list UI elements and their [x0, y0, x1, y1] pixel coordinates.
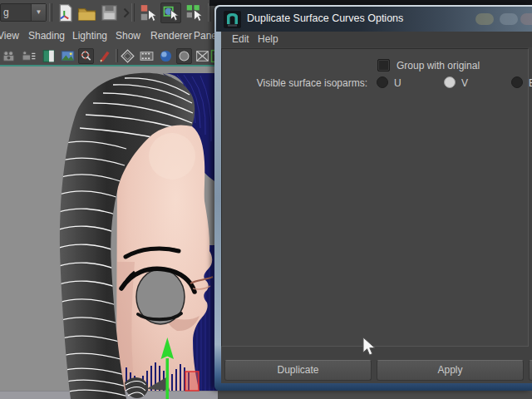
dialog-titlebar[interactable]: Duplicate Surface Curves Options — [216, 7, 532, 32]
textured-display-icon[interactable] — [195, 48, 210, 64]
viewport-panel[interactable] — [0, 65, 218, 399]
chevron-down-icon[interactable]: ▼ — [31, 4, 46, 21]
radio-u-label: U — [394, 77, 401, 89]
collapse-arrow-icon[interactable] — [121, 2, 131, 23]
menu-view[interactable]: View — [0, 30, 19, 42]
apply-button[interactable]: Apply — [377, 360, 524, 381]
maximize-button[interactable] — [500, 13, 518, 25]
toolbar-grip[interactable] — [131, 3, 135, 22]
image-plane-icon[interactable] — [60, 48, 76, 64]
group-with-original-checkbox[interactable] — [377, 59, 390, 71]
radio-u-dot[interactable] — [377, 76, 388, 88]
pan-zoom-tool-icon[interactable] — [78, 48, 94, 64]
close-button[interactable] — [520, 13, 532, 25]
select-hierarchy-icon[interactable] — [138, 2, 159, 23]
toolbar-grip[interactable] — [49, 3, 52, 22]
scene-3d-model — [0, 66, 218, 399]
group-with-original-label: Group with original — [397, 60, 480, 71]
wireframe-on-shaded-icon[interactable] — [176, 48, 192, 64]
grease-pencil-icon[interactable] — [97, 48, 113, 64]
visible-surface-isoparms-label: Visible surface isoparms: — [230, 77, 367, 89]
radio-both-label: Both — [529, 77, 532, 89]
duplicate-surface-curves-options-dialog: Duplicate Surface Curves Options Edit He… — [214, 5, 532, 391]
dialog-menu-help[interactable]: Help — [258, 33, 278, 45]
dialog-menu-edit[interactable]: Edit — [232, 33, 249, 45]
dialog-body: Edit Help Group with original Visible su… — [221, 32, 532, 383]
menu-lighting[interactable]: Lighting — [72, 30, 107, 42]
save-scene-icon[interactable] — [99, 2, 120, 23]
open-scene-icon[interactable] — [76, 2, 97, 23]
maya-logo-icon — [224, 11, 241, 28]
toolbar-separator — [116, 49, 118, 62]
camera-icon[interactable] — [2, 48, 17, 64]
radio-both-dot[interactable] — [511, 76, 523, 88]
menu-renderer[interactable]: Renderer — [150, 30, 192, 42]
radio-v-label: V — [461, 77, 468, 89]
maya-application: g ▼ — [0, 0, 532, 399]
dialog-options-panel: Group with original Visible surface isop… — [221, 48, 529, 347]
mouse-cursor — [362, 337, 377, 358]
close-button-partial[interactable] — [529, 360, 532, 381]
radio-v-dot[interactable] — [444, 76, 456, 88]
menu-show[interactable]: Show — [116, 30, 140, 42]
shaded-display-icon[interactable] — [158, 48, 174, 64]
selected-component-highlight — [185, 372, 199, 391]
isolate-select-icon[interactable] — [120, 48, 135, 64]
minimize-button[interactable] — [475, 13, 494, 25]
menu-set-value: g — [3, 7, 9, 18]
dialog-button-row: Duplicate Apply — [221, 358, 532, 382]
new-scene-icon[interactable] — [55, 2, 76, 23]
toolbar-grip[interactable] — [208, 3, 211, 22]
select-object-icon[interactable] — [160, 2, 181, 23]
menu-set-selector[interactable]: g ▼ — [0, 3, 47, 22]
duplicate-button[interactable]: Duplicate — [224, 360, 372, 381]
bookmark-icon[interactable] — [41, 48, 57, 64]
menu-shading[interactable]: Shading — [28, 30, 65, 42]
select-component-icon[interactable] — [184, 2, 204, 23]
dialog-menubar: Edit Help — [221, 32, 532, 47]
camera-attributes-icon[interactable] — [21, 48, 37, 64]
film-gate-icon[interactable] — [139, 48, 155, 64]
dialog-title: Duplicate Surface Curves Options — [247, 12, 403, 24]
